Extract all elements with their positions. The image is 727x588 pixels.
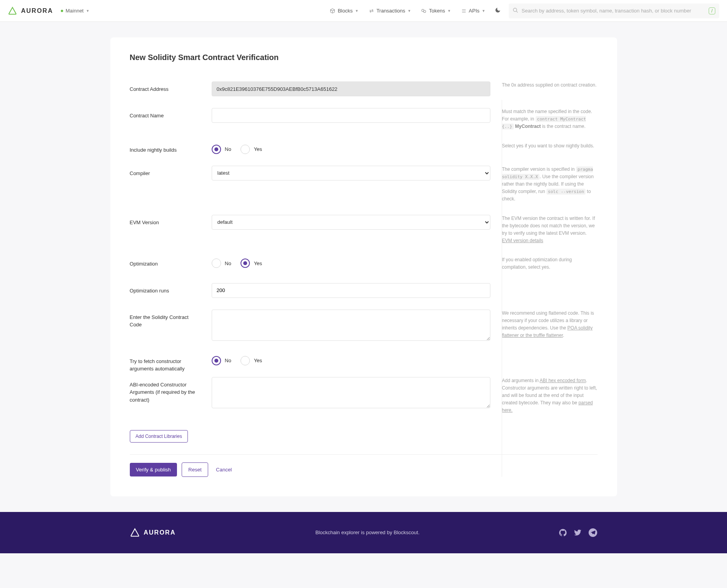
status-dot-icon [61,10,63,12]
cube-icon [330,8,335,14]
footer-socials [559,528,597,537]
label-code: Enter the Solidity Contract Code [130,310,200,354]
label-nightly: Include nightly builds [130,142,200,166]
contract-address-field [212,81,490,96]
footer-text: Blockchain explorer is powered by Blocks… [315,530,419,535]
help-code: We recommend using flattened code. This … [502,310,598,340]
optimization-yes[interactable]: Yes [241,259,262,268]
list-icon [461,8,467,14]
verify-publish-button[interactable]: Verify & publish [130,463,177,476]
github-icon[interactable] [559,529,567,537]
vertical-divider [502,100,502,477]
aurora-logo-icon [130,528,140,538]
search-icon [513,7,518,14]
svg-point-2 [513,8,517,11]
add-contract-libraries-button[interactable]: Add Contract Libraries [130,430,188,443]
reset-button[interactable]: Reset [182,462,208,477]
nav-tokens-label: Tokens [429,8,445,14]
moon-icon [495,7,501,13]
divider [130,454,598,455]
nightly-no[interactable]: No [212,145,232,154]
help-optimization: If you enabled optimization during compi… [502,256,598,271]
footer-logo-text: AURORA [144,529,176,536]
nav-transactions-label: Transactions [377,8,405,14]
footer: AURORA Blockchain explorer is powered by… [0,512,727,553]
twitter-icon[interactable] [574,529,582,537]
evm-version-details-link[interactable]: EVM version details [502,238,543,243]
help-abi-args: Add arguments in ABI hex encoded form. C… [502,377,598,414]
label-compiler: Compiler [130,166,200,215]
search-input[interactable] [522,8,709,14]
radio-icon [241,356,250,365]
nightly-radio-group: No Yes [212,142,490,154]
tokens-icon [421,8,426,14]
label-evm: EVM Version [130,215,200,257]
nav-apis[interactable]: APIs ▼ [456,5,490,17]
logo-text: AURORA [21,7,53,14]
help-contract-address: The 0x address supplied on contract crea… [502,81,598,89]
network-label: Mainnet [65,8,83,14]
chevron-down-icon: ▼ [355,9,359,13]
svg-point-1 [424,10,426,12]
main-nav: Blocks ▼ Transactions ▼ Tokens ▼ APIs ▼ [325,4,505,18]
chevron-down-icon: ▼ [482,9,485,13]
label-fetch-args: Try to fetch constructor arguments autom… [130,354,200,377]
help-compiler: The compiler version is specified in pra… [502,166,598,203]
contract-name-field[interactable] [212,108,490,123]
label-abi-args: ABI-encoded Constructor Arguments (if re… [130,377,200,426]
chevron-down-icon: ▼ [408,9,411,13]
radio-icon [212,145,221,154]
opt-runs-field[interactable] [212,283,490,298]
theme-toggle[interactable] [491,4,505,18]
telegram-icon[interactable] [589,528,597,537]
chevron-down-icon: ▼ [86,9,89,13]
topbar: AURORA Mainnet ▼ Blocks ▼ Transactions ▼… [0,0,727,22]
label-contract-address: Contract Address [130,81,200,108]
nav-transactions[interactable]: Transactions ▼ [364,5,416,17]
page-title: New Solidity Smart Contract Verification [130,53,598,62]
radio-icon [241,259,250,268]
radio-icon [212,356,221,365]
nav-tokens[interactable]: Tokens ▼ [416,5,455,17]
label-optimization: Optimization [130,256,200,283]
transactions-icon [369,8,374,14]
cancel-button[interactable]: Cancel [213,463,235,476]
search-bar[interactable]: / [509,4,719,18]
verification-card: New Solidity Smart Contract Verification… [110,37,617,496]
footer-logo[interactable]: AURORA [130,528,176,538]
network-selector[interactable]: Mainnet ▼ [61,8,89,14]
radio-icon [241,145,250,154]
label-opt-runs: Optimization runs [130,283,200,310]
solidity-code-textarea[interactable] [212,310,490,341]
nav-apis-label: APIs [469,8,479,14]
abi-args-textarea[interactable] [212,377,490,408]
aurora-logo-icon [8,6,17,16]
evm-select[interactable]: default [212,215,490,230]
nav-blocks[interactable]: Blocks ▼ [325,5,363,17]
label-contract-name: Contract Name [130,108,200,142]
optimization-radio-group: No Yes [212,256,490,268]
form-actions: Verify & publish Reset Cancel [130,462,598,477]
fetch-args-yes[interactable]: Yes [241,356,262,365]
help-contract-name: Must match the name specified in the cod… [502,108,598,131]
logo[interactable]: AURORA [8,6,53,16]
optimization-no[interactable]: No [212,259,232,268]
help-nightly: Select yes if you want to show nightly b… [502,142,598,150]
fetch-args-radio-group: No Yes [212,354,490,365]
page-body: New Solidity Smart Contract Verification… [0,22,727,588]
help-evm: The EVM version the contract is written … [502,215,598,245]
chevron-down-icon: ▼ [448,9,451,13]
nav-blocks-label: Blocks [338,8,352,14]
abi-hex-form-link[interactable]: ABI hex encoded form [540,378,586,383]
slash-shortcut-badge: / [709,7,715,14]
fetch-args-no[interactable]: No [212,356,232,365]
nightly-yes[interactable]: Yes [241,145,262,154]
compiler-select[interactable]: latest [212,166,490,181]
radio-icon [212,259,221,268]
